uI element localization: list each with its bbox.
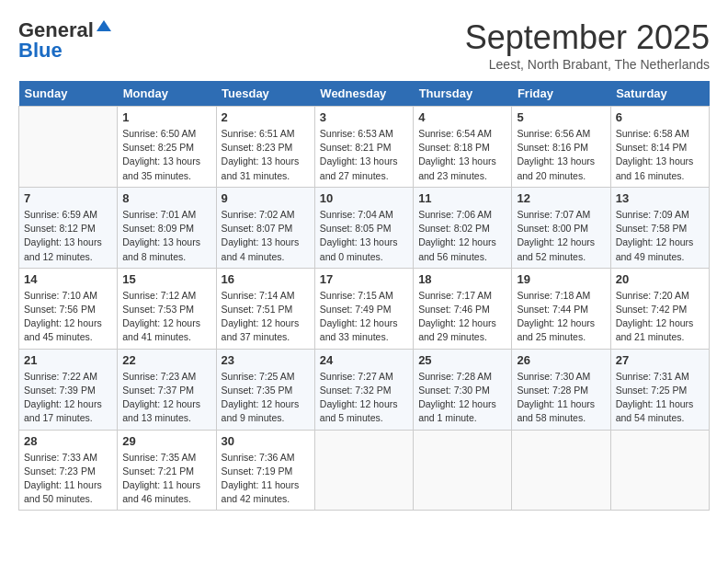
day-info: Sunrise: 7:17 AM Sunset: 7:46 PM Dayligh… <box>418 289 506 345</box>
calendar-cell <box>414 430 512 511</box>
day-info: Sunrise: 7:28 AM Sunset: 7:30 PM Dayligh… <box>418 370 506 426</box>
day-number: 7 <box>24 191 112 205</box>
calendar-cell: 29Sunrise: 7:35 AM Sunset: 7:21 PM Dayli… <box>118 430 216 511</box>
day-number: 12 <box>517 191 605 205</box>
calendar-cell: 4Sunrise: 6:54 AM Sunset: 8:18 PM Daylig… <box>414 107 512 188</box>
day-number: 25 <box>418 353 506 367</box>
calendar-cell: 16Sunrise: 7:14 AM Sunset: 7:51 PM Dayli… <box>216 268 314 349</box>
calendar-cell: 14Sunrise: 7:10 AM Sunset: 7:56 PM Dayli… <box>19 268 118 349</box>
day-info: Sunrise: 7:18 AM Sunset: 7:44 PM Dayligh… <box>517 289 605 345</box>
day-info: Sunrise: 7:36 AM Sunset: 7:19 PM Dayligh… <box>222 451 310 507</box>
day-info: Sunrise: 7:12 AM Sunset: 7:53 PM Dayligh… <box>122 289 210 345</box>
calendar-cell: 27Sunrise: 7:31 AM Sunset: 7:25 PM Dayli… <box>610 349 709 430</box>
svg-marker-0 <box>97 20 111 31</box>
day-number: 30 <box>222 434 310 448</box>
day-number: 1 <box>122 110 210 124</box>
calendar-cell: 30Sunrise: 7:36 AM Sunset: 7:19 PM Dayli… <box>216 430 314 511</box>
day-number: 10 <box>320 191 408 205</box>
calendar-cell: 2Sunrise: 6:51 AM Sunset: 8:23 PM Daylig… <box>216 107 314 188</box>
calendar-cell <box>314 430 413 511</box>
weekday-header: Monday <box>118 81 216 107</box>
calendar-week-row: 21Sunrise: 7:22 AM Sunset: 7:39 PM Dayli… <box>19 349 710 430</box>
calendar-cell: 13Sunrise: 7:09 AM Sunset: 7:58 PM Dayli… <box>610 187 709 268</box>
day-info: Sunrise: 7:15 AM Sunset: 7:49 PM Dayligh… <box>320 289 408 345</box>
day-info: Sunrise: 7:14 AM Sunset: 7:51 PM Dayligh… <box>222 289 310 345</box>
day-info: Sunrise: 7:23 AM Sunset: 7:37 PM Dayligh… <box>122 370 210 426</box>
calendar-cell: 3Sunrise: 6:53 AM Sunset: 8:21 PM Daylig… <box>314 107 413 188</box>
calendar-cell <box>19 107 118 188</box>
day-number: 13 <box>616 191 704 205</box>
day-info: Sunrise: 7:04 AM Sunset: 8:05 PM Dayligh… <box>320 208 408 264</box>
weekday-header: Wednesday <box>314 81 413 107</box>
weekday-header: Thursday <box>414 81 512 107</box>
calendar-cell <box>512 430 610 511</box>
day-number: 19 <box>517 272 605 286</box>
calendar-week-row: 14Sunrise: 7:10 AM Sunset: 7:56 PM Dayli… <box>19 268 710 349</box>
day-number: 27 <box>616 353 704 367</box>
day-number: 8 <box>122 191 210 205</box>
calendar-cell: 22Sunrise: 7:23 AM Sunset: 7:37 PM Dayli… <box>118 349 216 430</box>
calendar-cell: 19Sunrise: 7:18 AM Sunset: 7:44 PM Dayli… <box>512 268 610 349</box>
day-number: 18 <box>418 272 506 286</box>
calendar-cell: 10Sunrise: 7:04 AM Sunset: 8:05 PM Dayli… <box>314 187 413 268</box>
logo-icon <box>95 18 113 37</box>
day-number: 16 <box>222 272 310 286</box>
calendar-week-row: 7Sunrise: 6:59 AM Sunset: 8:12 PM Daylig… <box>19 187 710 268</box>
logo: General Blue <box>18 18 113 63</box>
day-number: 23 <box>222 353 310 367</box>
calendar-cell: 20Sunrise: 7:20 AM Sunset: 7:42 PM Dayli… <box>610 268 709 349</box>
day-info: Sunrise: 6:59 AM Sunset: 8:12 PM Dayligh… <box>24 208 112 264</box>
day-number: 11 <box>418 191 506 205</box>
day-info: Sunrise: 6:51 AM Sunset: 8:23 PM Dayligh… <box>222 127 310 183</box>
day-number: 4 <box>418 110 506 124</box>
day-number: 28 <box>24 434 112 448</box>
day-number: 6 <box>616 110 704 124</box>
day-info: Sunrise: 6:58 AM Sunset: 8:14 PM Dayligh… <box>616 127 704 183</box>
day-info: Sunrise: 7:27 AM Sunset: 7:32 PM Dayligh… <box>320 370 408 426</box>
month-title: September 2025 <box>465 18 710 57</box>
weekday-header: Sunday <box>19 81 118 107</box>
weekday-header-row: SundayMondayTuesdayWednesdayThursdayFrid… <box>19 81 710 107</box>
page-header: General Blue September 2025 Leest, North… <box>18 18 710 72</box>
location-subtitle: Leest, North Brabant, The Netherlands <box>465 57 710 72</box>
day-info: Sunrise: 7:06 AM Sunset: 8:02 PM Dayligh… <box>418 208 506 264</box>
calendar-table: SundayMondayTuesdayWednesdayThursdayFrid… <box>18 81 710 511</box>
day-info: Sunrise: 6:54 AM Sunset: 8:18 PM Dayligh… <box>418 127 506 183</box>
calendar-cell: 1Sunrise: 6:50 AM Sunset: 8:25 PM Daylig… <box>118 107 216 188</box>
day-info: Sunrise: 7:25 AM Sunset: 7:35 PM Dayligh… <box>222 370 310 426</box>
calendar-cell: 9Sunrise: 7:02 AM Sunset: 8:07 PM Daylig… <box>216 187 314 268</box>
calendar-cell: 18Sunrise: 7:17 AM Sunset: 7:46 PM Dayli… <box>414 268 512 349</box>
calendar-cell: 25Sunrise: 7:28 AM Sunset: 7:30 PM Dayli… <box>414 349 512 430</box>
day-number: 29 <box>122 434 210 448</box>
calendar-cell <box>610 430 709 511</box>
day-info: Sunrise: 7:07 AM Sunset: 8:00 PM Dayligh… <box>517 208 605 264</box>
calendar-cell: 6Sunrise: 6:58 AM Sunset: 8:14 PM Daylig… <box>610 107 709 188</box>
day-number: 5 <box>517 110 605 124</box>
weekday-header: Friday <box>512 81 610 107</box>
calendar-cell: 21Sunrise: 7:22 AM Sunset: 7:39 PM Dayli… <box>19 349 118 430</box>
calendar-cell: 28Sunrise: 7:33 AM Sunset: 7:23 PM Dayli… <box>19 430 118 511</box>
day-info: Sunrise: 7:02 AM Sunset: 8:07 PM Dayligh… <box>222 208 310 264</box>
day-info: Sunrise: 6:56 AM Sunset: 8:16 PM Dayligh… <box>517 127 605 183</box>
calendar-cell: 26Sunrise: 7:30 AM Sunset: 7:28 PM Dayli… <box>512 349 610 430</box>
day-number: 9 <box>222 191 310 205</box>
calendar-week-row: 1Sunrise: 6:50 AM Sunset: 8:25 PM Daylig… <box>19 107 710 188</box>
day-info: Sunrise: 7:20 AM Sunset: 7:42 PM Dayligh… <box>616 289 704 345</box>
day-number: 21 <box>24 353 112 367</box>
calendar-cell: 24Sunrise: 7:27 AM Sunset: 7:32 PM Dayli… <box>314 349 413 430</box>
day-info: Sunrise: 7:09 AM Sunset: 7:58 PM Dayligh… <box>616 208 704 264</box>
calendar-cell: 23Sunrise: 7:25 AM Sunset: 7:35 PM Dayli… <box>216 349 314 430</box>
day-number: 17 <box>320 272 408 286</box>
weekday-header: Saturday <box>610 81 709 107</box>
day-info: Sunrise: 7:30 AM Sunset: 7:28 PM Dayligh… <box>517 370 605 426</box>
calendar-cell: 5Sunrise: 6:56 AM Sunset: 8:16 PM Daylig… <box>512 107 610 188</box>
calendar-cell: 17Sunrise: 7:15 AM Sunset: 7:49 PM Dayli… <box>314 268 413 349</box>
calendar-week-row: 28Sunrise: 7:33 AM Sunset: 7:23 PM Dayli… <box>19 430 710 511</box>
day-info: Sunrise: 7:31 AM Sunset: 7:25 PM Dayligh… <box>616 370 704 426</box>
day-info: Sunrise: 6:50 AM Sunset: 8:25 PM Dayligh… <box>122 127 210 183</box>
day-number: 20 <box>616 272 704 286</box>
day-number: 22 <box>122 353 210 367</box>
day-number: 24 <box>320 353 408 367</box>
weekday-header: Tuesday <box>216 81 314 107</box>
title-block: September 2025 Leest, North Brabant, The… <box>465 18 710 72</box>
